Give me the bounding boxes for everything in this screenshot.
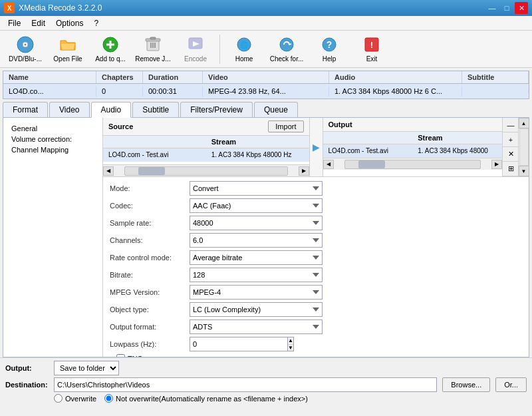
tab-queue[interactable]: Queue xyxy=(254,102,298,117)
scrollbar-down[interactable]: ▼ xyxy=(519,166,529,176)
file-list-header: Name Chapters Duration Video Audio Subti… xyxy=(3,71,529,84)
tab-audio[interactable]: Audio xyxy=(91,102,132,118)
maximize-button[interactable]: □ xyxy=(500,2,513,14)
source-scroll-track[interactable] xyxy=(124,166,288,176)
scrollbar-track[interactable] xyxy=(519,128,529,166)
menu-options[interactable]: Options xyxy=(51,17,88,29)
col-video: Video xyxy=(203,71,329,83)
tab-video[interactable]: Video xyxy=(49,102,89,117)
col-duration: Duration xyxy=(143,71,203,83)
output-filename: LO4D.com - Test.avi xyxy=(323,146,413,156)
menu-edit[interactable]: Edit xyxy=(26,17,51,29)
col-name: Name xyxy=(3,71,96,83)
toolbar-dvd-button[interactable]: DVD/Blu-... xyxy=(5,33,45,65)
side-btn-x[interactable]: ✕ xyxy=(503,147,519,162)
stream-arrow-nav[interactable]: ▶ xyxy=(310,118,323,176)
toolbar-openfile-button[interactable]: Open File xyxy=(48,33,88,65)
stream-source-row[interactable]: LO4D.com - Test.avi 1. AC3 384 Kbps 4800… xyxy=(103,148,309,162)
left-panel-general[interactable]: General xyxy=(9,123,97,134)
output-side-buttons: — + ✕ ⊞ xyxy=(502,118,518,176)
overwrite-radio[interactable] xyxy=(54,394,63,403)
overwrite-label[interactable]: Overwrite xyxy=(54,394,96,403)
cell-subtitle xyxy=(462,90,529,93)
not-overwrite-radio[interactable] xyxy=(104,394,113,403)
lowpass-down[interactable]: ▼ xyxy=(288,345,293,351)
side-btn-grid[interactable]: ⊞ xyxy=(503,162,519,176)
mode-select[interactable]: Convert Copy No Audio xyxy=(190,181,323,196)
lowpass-input[interactable] xyxy=(190,337,288,351)
remove-icon xyxy=(144,35,162,54)
not-overwrite-text: Not overwrite(Automatically rename as <f… xyxy=(116,395,308,403)
tabs: Format Video Audio Subtitle Filters/Prev… xyxy=(3,102,529,118)
side-btn-minus[interactable]: — xyxy=(503,118,519,132)
output-col-filename xyxy=(323,133,413,142)
svg-text:?: ? xyxy=(327,39,332,50)
cell-audio: 1. AC3 384 Kbps 48000 Hz 6 C... xyxy=(329,86,462,97)
close-button[interactable]: ✕ xyxy=(515,2,528,14)
main-scrollbar: ▲ ▼ xyxy=(518,118,529,176)
menu-help[interactable]: ? xyxy=(88,17,104,29)
left-panel-volume[interactable]: Volume correction: xyxy=(9,134,97,144)
tns-checkbox[interactable] xyxy=(116,354,125,357)
toolbar-check-button[interactable]: Check for... xyxy=(267,33,307,65)
destination-label: Destination: xyxy=(5,381,49,389)
window-title: XMedia Recode 3.2.2.0 xyxy=(19,3,102,13)
output-col-stream: Stream xyxy=(412,133,502,142)
lowpass-label: Lowpass (Hz): xyxy=(110,340,190,348)
channels-select[interactable]: 6.0 5.1 2.0 xyxy=(190,233,323,248)
codec-control: AAC (Faac) MP3 AC3 xyxy=(190,198,323,213)
svg-rect-11 xyxy=(150,37,156,39)
output-format-control: ADTS RAW xyxy=(190,319,323,334)
import-button[interactable]: Import xyxy=(268,120,303,132)
overwrite-text: Overwrite xyxy=(65,395,96,403)
dvd-label: DVD/Blu-... xyxy=(9,55,42,63)
toolbar-addqueue-button[interactable]: Add to q... xyxy=(90,33,130,65)
object-type-row: Object type: LC (Low Complexity) HE HEv2 xyxy=(110,302,522,317)
source-scroll-right[interactable]: ▶ xyxy=(299,166,309,176)
or-button[interactable]: Or... xyxy=(495,377,527,392)
source-scroll-left[interactable]: ◀ xyxy=(103,166,114,176)
output-scroll-right[interactable]: ▶ xyxy=(491,160,502,169)
encode-icon xyxy=(186,35,205,54)
tab-format[interactable]: Format xyxy=(3,102,48,117)
toolbar-encode-button[interactable]: Encode xyxy=(176,33,215,65)
tns-label[interactable]: TNS xyxy=(128,355,142,357)
save-to-folder-select[interactable]: Save to folder xyxy=(54,361,119,375)
codec-select[interactable]: AAC (Faac) MP3 AC3 xyxy=(190,198,323,213)
tab-subtitle[interactable]: Subtitle xyxy=(132,102,179,117)
source-label: Source xyxy=(108,122,133,130)
home-icon: 🌐 xyxy=(235,35,253,54)
exit-label: Exit xyxy=(366,55,378,63)
browse-button[interactable]: Browse... xyxy=(442,377,490,392)
rate-control-select[interactable]: Average bitrate Constant bitrate Variabl… xyxy=(190,250,323,265)
stream-output-row[interactable]: LO4D.com - Test.avi 1. AC3 384 Kbps 4800… xyxy=(323,144,503,158)
svg-text:🌐: 🌐 xyxy=(240,41,249,49)
right-panel: Source Import Stream LO4D.com - Test.avi… xyxy=(103,118,529,357)
toolbar-help-button[interactable]: ? Help xyxy=(309,33,349,65)
sample-rate-select[interactable]: 48000 44100 32000 xyxy=(190,216,323,230)
tab-filters-preview[interactable]: Filters/Preview xyxy=(180,102,253,117)
destination-input[interactable] xyxy=(54,377,437,392)
mpeg-version-select[interactable]: MPEG-4 MPEG-2 xyxy=(190,285,323,300)
stream-area: Source Import Stream LO4D.com - Test.avi… xyxy=(103,118,529,177)
toolbar-remove-button[interactable]: Remove J... xyxy=(133,33,173,65)
lowpass-up[interactable]: ▲ xyxy=(288,337,293,345)
not-overwrite-label[interactable]: Not overwrite(Automatically rename as <f… xyxy=(104,394,308,403)
output-stream-content: Output Stream LO4D.com - Test.avi 1. AC3… xyxy=(323,118,503,176)
stream-output: Output Stream LO4D.com - Test.avi 1. AC3… xyxy=(323,118,529,176)
output-scroll-track[interactable] xyxy=(344,160,481,169)
bitrate-select[interactable]: 128 192 256 xyxy=(190,268,323,282)
output-format-row: Output format: ADTS RAW xyxy=(110,319,522,334)
output-format-select[interactable]: ADTS RAW xyxy=(190,319,323,334)
menu-file[interactable]: File xyxy=(3,17,26,29)
output-scroll-left[interactable]: ◀ xyxy=(323,160,334,169)
left-panel-channel[interactable]: Channel Mapping xyxy=(9,144,97,155)
file-list-row[interactable]: LO4D.co... 0 00:00:31 MPEG-4 23.98 Hz, 6… xyxy=(3,84,529,99)
output-label: Output: xyxy=(5,364,49,372)
object-type-select[interactable]: LC (Low Complexity) HE HEv2 xyxy=(190,302,323,317)
toolbar-exit-button[interactable]: ! Exit xyxy=(352,33,392,65)
side-btn-plus[interactable]: + xyxy=(503,132,519,147)
toolbar-home-button[interactable]: 🌐 Home xyxy=(224,33,264,65)
scrollbar-up[interactable]: ▲ xyxy=(519,118,529,128)
minimize-button[interactable]: — xyxy=(485,2,499,14)
